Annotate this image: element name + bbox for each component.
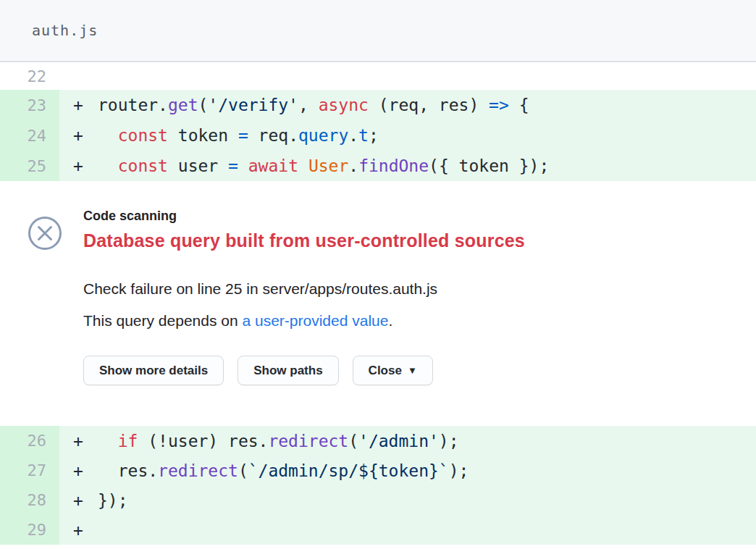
diff-hunk-bottom: 26+ if (!user) res.redirect('/admin');27…	[0, 426, 756, 545]
diff-row: 26+ if (!user) res.redirect('/admin');	[0, 426, 756, 456]
code-token: .	[348, 126, 358, 145]
code-line: router.get('/verify', async (req, res) =…	[98, 96, 529, 114]
alert-description-prefix: This query depends on	[83, 312, 242, 329]
code-token: const	[118, 156, 168, 175]
alert-title: Database query built from user-controlle…	[83, 230, 734, 251]
x-circle-icon	[28, 216, 62, 251]
code-token: redirect	[158, 461, 238, 480]
code-token: ;	[369, 126, 379, 145]
code-token: (	[198, 96, 208, 114]
diff-row: 24+ const token = req.query.t;	[0, 120, 756, 151]
code-token: .	[348, 156, 358, 175]
diff-row: 25+ const user = await User.findOne({ to…	[0, 151, 756, 181]
code-token	[298, 156, 308, 175]
diff-hunk-top: 2223+router.get('/verify', async (req, r…	[0, 62, 756, 181]
code-token: req.	[248, 126, 298, 145]
code-line: });	[98, 491, 128, 510]
file-name-label: auth.js	[32, 22, 98, 39]
button-label: Show more details	[99, 364, 208, 378]
file-header: auth.js	[0, 0, 756, 62]
code-token	[98, 432, 118, 450]
alert-button-row: Show more detailsShow pathsClose▼	[83, 356, 734, 385]
code-token: (	[238, 461, 248, 480]
line-number[interactable]: 26	[28, 432, 47, 450]
line-number[interactable]: 28	[28, 491, 47, 509]
code-token: t	[358, 126, 369, 145]
show-more-details-button[interactable]: Show more details	[83, 356, 224, 385]
code-token: '/verify'	[208, 96, 298, 114]
diff-row: 29+	[0, 515, 756, 545]
code-token: findOne	[358, 156, 429, 175]
user-provided-value-link[interactable]: a user-provided value	[242, 312, 388, 329]
diff-gutter: 23	[0, 90, 59, 120]
line-number[interactable]: 27	[28, 461, 47, 479]
code-token: {	[509, 96, 529, 114]
diff-add-marker: +	[73, 156, 98, 175]
code-scanning-annotation: Code scanning Database query built from …	[0, 181, 756, 426]
dropdown-caret-icon: ▼	[408, 365, 417, 376]
code-token: user	[168, 156, 228, 175]
code-token	[238, 156, 248, 175]
alert-description-suffix: .	[388, 312, 392, 329]
code-token: redirect	[268, 432, 348, 450]
diff-add-marker: +	[73, 491, 98, 510]
code-token: get	[168, 96, 198, 114]
code-token: );	[439, 432, 459, 450]
code-token: (!user) res.	[138, 432, 268, 450]
code-token: =>	[489, 96, 509, 114]
code-token: query	[298, 126, 348, 145]
code-token: const	[118, 126, 168, 145]
code-token: User	[308, 156, 348, 175]
code-token: '/admin'	[358, 432, 439, 450]
code-token: =	[238, 126, 248, 145]
code-token: (req, res)	[369, 96, 489, 114]
alert-kicker: Code scanning	[83, 209, 734, 224]
close-button[interactable]: Close▼	[353, 356, 433, 385]
button-label: Close	[369, 364, 402, 378]
code-token: router.	[98, 96, 168, 114]
diff-gutter: 26	[0, 426, 59, 456]
button-label: Show paths	[253, 364, 322, 378]
diff-gutter: 25	[0, 151, 59, 181]
alert-description-line-2: This query depends on a user-provided va…	[83, 305, 734, 337]
code-token: });	[98, 491, 128, 510]
diff-row: 22	[0, 62, 756, 90]
diff-gutter: 27	[0, 456, 59, 485]
code-token: ,	[298, 96, 319, 114]
code-line: const token = req.query.t;	[98, 126, 379, 145]
code-token: =	[228, 156, 238, 175]
diff-add-marker: +	[73, 126, 98, 145]
code-line: if (!user) res.redirect('/admin');	[98, 432, 459, 450]
code-token: token	[168, 126, 238, 145]
line-number[interactable]: 24	[28, 127, 47, 145]
alert-description-line-1: Check failure on line 25 in server/apps/…	[83, 273, 734, 305]
line-number[interactable]: 23	[28, 96, 47, 114]
line-number[interactable]: 29	[28, 521, 47, 539]
diff-add-marker: +	[73, 461, 98, 480]
code-token	[98, 126, 118, 145]
code-token: ({ token });	[429, 156, 549, 175]
diff-gutter: 28	[0, 485, 59, 515]
code-token: `/admin/sp/${token}`	[248, 461, 449, 480]
diff-gutter: 29	[0, 515, 59, 545]
code-token: async	[319, 96, 369, 114]
line-number[interactable]: 22	[28, 67, 47, 85]
code-token	[98, 156, 118, 175]
code-token: (	[348, 432, 358, 450]
diff-gutter: 22	[0, 62, 59, 90]
line-number[interactable]: 25	[28, 157, 47, 175]
diff-row: 23+router.get('/verify', async (req, res…	[0, 90, 756, 120]
code-line: const user = await User.findOne({ token …	[98, 156, 549, 175]
show-paths-button[interactable]: Show paths	[238, 356, 338, 385]
code-token: if	[118, 432, 138, 450]
code-line: res.redirect(`/admin/sp/${token}`);	[98, 461, 469, 480]
diff-gutter: 24	[0, 120, 59, 151]
code-token: res.	[98, 461, 158, 480]
code-token: );	[449, 461, 469, 480]
code-token: await	[248, 156, 298, 175]
diff-row: 27+ res.redirect(`/admin/sp/${token}`);	[0, 456, 756, 485]
diff-add-marker: +	[73, 521, 98, 540]
diff-row: 28+});	[0, 485, 756, 515]
diff-add-marker: +	[73, 96, 98, 114]
diff-add-marker: +	[73, 432, 98, 450]
